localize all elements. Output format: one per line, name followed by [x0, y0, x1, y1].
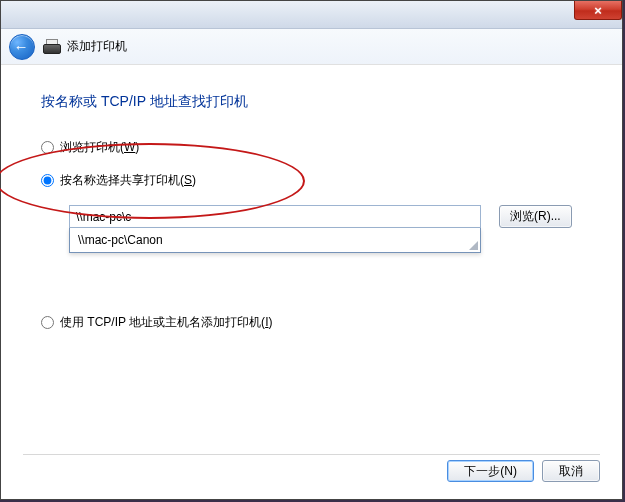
option-select-label: 按名称选择共享打印机(S) — [60, 172, 196, 189]
option-select-shared[interactable]: 按名称选择共享打印机(S) — [41, 172, 582, 189]
back-arrow-icon: ← — [14, 39, 29, 54]
autocomplete-item[interactable]: \\mac-pc\Canon — [70, 228, 480, 252]
wizard-title: 添加打印机 — [67, 38, 127, 55]
autocomplete-dropdown[interactable]: \\mac-pc\Canon — [69, 228, 481, 253]
close-icon: × — [594, 4, 602, 17]
option-tcpip-label: 使用 TCP/IP 地址或主机名添加打印机(I) — [60, 314, 272, 331]
option-browse[interactable]: 浏览打印机(W) — [41, 139, 582, 156]
radio-tcpip[interactable] — [41, 316, 54, 329]
wizard-header: ← 添加打印机 — [1, 29, 622, 65]
printer-icon — [43, 39, 61, 55]
next-button[interactable]: 下一步(N) — [447, 460, 534, 482]
share-path-block: 浏览(R)... \\mac-pc\Canon — [69, 205, 582, 228]
option-tcpip[interactable]: 使用 TCP/IP 地址或主机名添加打印机(I) — [41, 314, 582, 331]
page-heading: 按名称或 TCP/IP 地址查找打印机 — [41, 93, 582, 111]
content-area: 按名称或 TCP/IP 地址查找打印机 浏览打印机(W) 按名称选择共享打印机(… — [1, 65, 622, 453]
option-browse-label: 浏览打印机(W) — [60, 139, 139, 156]
close-button[interactable]: × — [574, 1, 622, 20]
resize-grip-icon[interactable] — [468, 240, 478, 250]
share-path-input[interactable] — [69, 205, 481, 228]
footer: 下一步(N) 取消 — [23, 454, 600, 482]
titlebar[interactable]: × — [1, 1, 622, 29]
dialog-window: × ← 添加打印机 按名称或 TCP/IP 地址查找打印机 浏览打印机(W) 按… — [0, 0, 623, 500]
browse-button[interactable]: 浏览(R)... — [499, 205, 572, 228]
radio-browse[interactable] — [41, 141, 54, 154]
back-button[interactable]: ← — [9, 34, 35, 60]
radio-select-shared[interactable] — [41, 174, 54, 187]
cancel-button[interactable]: 取消 — [542, 460, 600, 482]
